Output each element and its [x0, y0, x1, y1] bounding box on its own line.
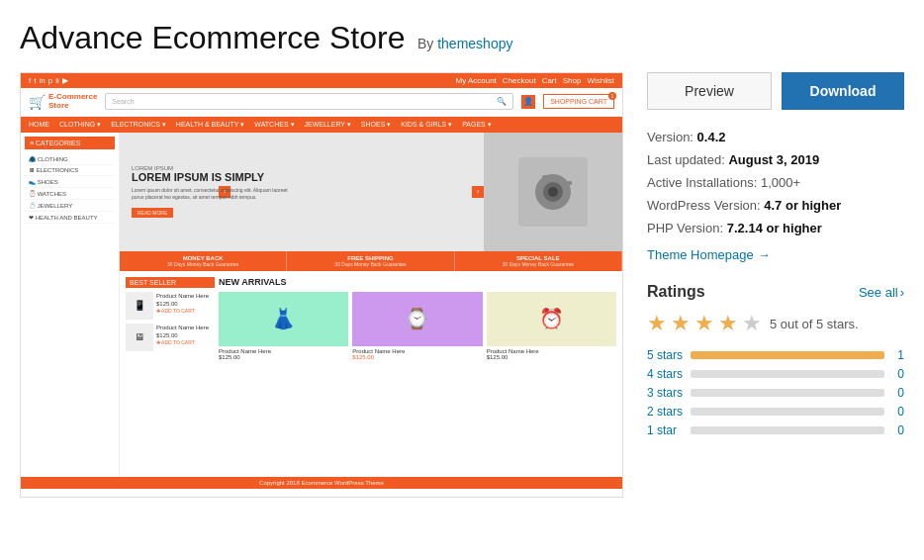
- star-5: ★: [742, 311, 762, 336]
- star-3: ★: [694, 311, 714, 336]
- mock-categories-title: ≡ CATEGORIES: [25, 137, 115, 149]
- mock-sidebar-item: ⌚ WATCHES: [25, 188, 115, 200]
- mock-social-icons: ftinpli▶: [29, 76, 68, 85]
- mock-sidebar-item: 🧥 CLOTHING: [25, 153, 115, 165]
- rating-bar-count: 0: [892, 405, 904, 419]
- rating-bar-bg: [691, 426, 884, 434]
- mock-new-arrivals: NEW ARRIVALS 👗 Product Name Here $125.00…: [219, 277, 616, 360]
- version-row: Version: 0.4.2: [647, 130, 904, 144]
- ratings-header: Ratings See all ›: [647, 283, 904, 301]
- rating-bar-label[interactable]: 4 stars: [647, 367, 683, 381]
- author-link[interactable]: themeshopy: [437, 36, 512, 51]
- ratings-bars: 5 stars 1 4 stars 0 3 stars 0 2 stars 0 …: [647, 348, 904, 437]
- mock-bestseller: BEST SELLER 📱 Product Name Here $125.00 …: [126, 277, 215, 360]
- rating-bar-count: 1: [892, 348, 904, 362]
- rating-bar-bg: [691, 351, 884, 359]
- page-title: Advance Ecommerce Store: [20, 20, 406, 55]
- rating-bar-bg: [691, 370, 884, 378]
- cart-icon: 🛒: [29, 94, 46, 110]
- mock-user-icon: 👤: [521, 95, 535, 109]
- theme-preview: ftinpli▶ My Account Checkout Cart Shop W…: [20, 72, 623, 498]
- last-updated-row: Last updated: August 3, 2019: [647, 152, 904, 167]
- mock-topbar: ftinpli▶ My Account Checkout Cart Shop W…: [21, 73, 622, 88]
- rating-bar-row: 4 stars 0: [647, 367, 904, 381]
- meta-info: Version: 0.4.2 Last updated: August 3, 2…: [647, 130, 904, 263]
- hero-arrow-right: ›: [472, 186, 484, 198]
- see-all-link[interactable]: See all ›: [859, 285, 904, 300]
- author-byline: By themeshopy: [417, 36, 513, 51]
- active-installs-value: 1,000+: [761, 175, 800, 190]
- star-2: ★: [671, 311, 691, 336]
- rating-bar-label[interactable]: 1 star: [647, 423, 683, 437]
- php-version-row: PHP Version: 7.2.14 or higher: [647, 221, 904, 235]
- left-panel: ftinpli▶ My Account Checkout Cart Shop W…: [20, 72, 623, 498]
- rating-bar-count: 0: [892, 423, 904, 437]
- mock-features-bar: MONEY BACK 30 Days Money Back Guarantee …: [120, 251, 622, 271]
- action-buttons: Preview Download: [647, 72, 904, 110]
- mock-main-content: LOREM IPSUM LOREM IPSUM IS SIMPLY Lorem …: [120, 133, 622, 477]
- mock-hero-banner: LOREM IPSUM LOREM IPSUM IS SIMPLY Lorem …: [120, 133, 622, 251]
- star-1: ★: [647, 311, 667, 336]
- mock-logo: 🛒 E-CommerceStore: [29, 93, 97, 111]
- rating-bar-row: 5 stars 1: [647, 348, 904, 362]
- version-value: 0.4.2: [697, 130, 726, 144]
- mock-sidebar: ≡ CATEGORIES 🧥 CLOTHING 🖥 ELECTRONICS 👟 …: [21, 133, 120, 477]
- star-4: ★: [718, 311, 738, 336]
- wp-version-value: 4.7 or higher: [764, 198, 841, 213]
- mock-search: Search 🔍: [105, 93, 513, 110]
- rating-bar-bg: [691, 389, 884, 397]
- svg-rect-4: [542, 175, 552, 181]
- rating-bar-row: 2 stars 0: [647, 405, 904, 419]
- main-layout: ftinpli▶ My Account Checkout Cart Shop W…: [20, 72, 904, 498]
- mock-sidebar-item: 🖥 ELECTRONICS: [25, 165, 115, 176]
- ratings-title: Ratings: [647, 283, 705, 301]
- mock-body: ≡ CATEGORIES 🧥 CLOTHING 🖥 ELECTRONICS 👟 …: [21, 133, 622, 477]
- theme-homepage-link[interactable]: Theme Homepage →: [647, 247, 771, 262]
- rating-bar-row: 1 star 0: [647, 423, 904, 437]
- rating-bar-count: 0: [892, 386, 904, 400]
- mock-logo-text: E-CommerceStore: [48, 93, 97, 111]
- download-button[interactable]: Download: [782, 72, 904, 110]
- wp-version-row: WordPress Version: 4.7 or higher: [647, 198, 904, 213]
- rating-bar-bg: [691, 408, 884, 416]
- mock-sidebar-item: 💍 JEWELLERY: [25, 200, 115, 212]
- mock-topbar-links: My Account Checkout Cart Shop Wishlist: [455, 76, 614, 85]
- right-panel: Preview Download Version: 0.4.2 Last upd…: [647, 72, 904, 498]
- star-summary-text: 5 out of 5 stars.: [770, 317, 859, 331]
- preview-button[interactable]: Preview: [647, 72, 772, 110]
- svg-point-3: [548, 187, 558, 197]
- rating-bar-row: 3 stars 0: [647, 386, 904, 400]
- mock-cart-button: SHOPPING CART 1: [543, 94, 614, 109]
- rating-bar-fill: [691, 351, 884, 359]
- mock-products-section: BEST SELLER 📱 Product Name Here $125.00 …: [120, 271, 622, 366]
- svg-rect-5: [566, 181, 572, 185]
- stars-summary: ★ ★ ★ ★ ★ 5 out of 5 stars.: [647, 311, 904, 336]
- ratings-section: Ratings See all › ★ ★ ★ ★ ★ 5 out of 5 s…: [647, 283, 904, 437]
- mock-sidebar-item: 👟 SHOES: [25, 176, 115, 188]
- rating-bar-label[interactable]: 2 stars: [647, 405, 683, 419]
- rating-bar-count: 0: [892, 367, 904, 381]
- php-version-value: 7.2.14 or higher: [727, 221, 822, 235]
- hero-image: [484, 133, 622, 251]
- mock-sidebar-item: ❤ HEALTH AND BEAUTY: [25, 212, 115, 224]
- page-header: Advance Ecommerce Store By themeshopy: [20, 20, 904, 56]
- last-updated-value: August 3, 2019: [728, 152, 819, 167]
- rating-bar-label[interactable]: 3 stars: [647, 386, 683, 400]
- rating-bar-label[interactable]: 5 stars: [647, 348, 683, 362]
- mock-nav: HOME CLOTHING ▾ ELECTRONICS ▾ HEALTH & B…: [21, 117, 622, 133]
- active-installs-row: Active Installations: 1,000+: [647, 175, 904, 190]
- mock-header: 🛒 E-CommerceStore Search 🔍 👤 SHOPPING CA…: [21, 88, 622, 117]
- mock-footer: Copyright 2018 Ecommerce WordPress Theme: [21, 477, 622, 489]
